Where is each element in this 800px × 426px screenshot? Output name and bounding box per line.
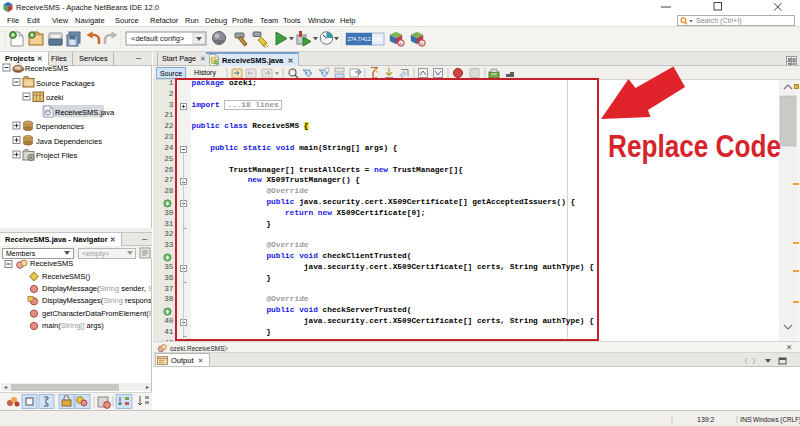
svg-text:274.7/412.0MB: 274.7/412.0MB [348,36,384,42]
svg-text:Replace Code: Replace Code [608,128,781,164]
svg-text:<default config>: <default config> [131,34,185,43]
